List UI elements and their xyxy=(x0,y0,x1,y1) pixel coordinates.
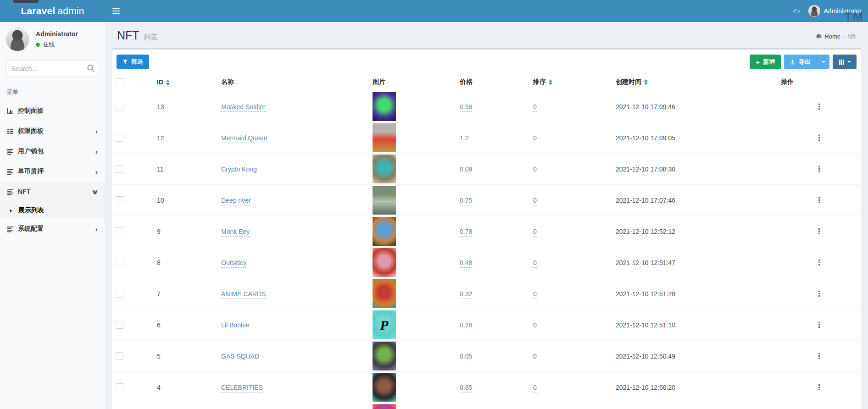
order-edit-link[interactable]: 0 xyxy=(533,384,537,392)
export-button[interactable]: 导出 xyxy=(784,55,817,69)
row-actions-button[interactable]: ⋮ xyxy=(815,165,823,173)
row-checkbox[interactable] xyxy=(116,383,123,391)
row-actions-button[interactable]: ⋮ xyxy=(815,383,823,392)
export-dropdown-button[interactable] xyxy=(817,55,829,69)
column-label: 名称 xyxy=(221,78,234,85)
price-edit-link[interactable]: 0.78 xyxy=(460,228,472,237)
row-checkbox[interactable] xyxy=(116,165,123,173)
sidebar-search-input[interactable] xyxy=(6,61,99,77)
breadcrumb-home-link[interactable]: Home xyxy=(816,33,840,40)
price-edit-link[interactable]: 0.05 xyxy=(460,353,472,361)
table-row: 9 Monk Eey 0.78 0 2021-12-10 12:52:12 ⋮ xyxy=(112,216,861,247)
sidebar-toggle-button[interactable] xyxy=(105,0,127,22)
row-actions-button[interactable]: ⋮ xyxy=(815,258,823,267)
row-checkbox[interactable] xyxy=(116,290,123,298)
search-icon[interactable] xyxy=(87,64,95,74)
dashboard-icon xyxy=(816,33,822,39)
sidebar-item-2[interactable]: 用户钱包‹ xyxy=(0,141,105,161)
row-checkbox[interactable] xyxy=(116,259,123,266)
nft-thumbnail[interactable] xyxy=(373,186,396,215)
add-button[interactable]: + 新增 xyxy=(750,55,781,69)
row-actions-button[interactable]: ⋮ xyxy=(815,133,823,142)
filter-button[interactable]: 筛选 xyxy=(117,55,149,69)
column-label: 操作 xyxy=(781,78,794,85)
table-row: 11 Crypto Kong 0.09 0 2021-12-10 17:08:3… xyxy=(112,154,861,185)
created-at: 2021-12-10 12:51:28 xyxy=(612,278,777,310)
row-actions-button[interactable]: ⋮ xyxy=(815,289,823,298)
row-actions-button[interactable]: ⋮ xyxy=(815,102,823,111)
nft-thumbnail[interactable] xyxy=(373,155,396,183)
nft-name-link[interactable]: Outsidey xyxy=(221,259,246,268)
sidebar-item-label: 单币质押 xyxy=(18,167,44,176)
price-edit-link[interactable]: 1.2 xyxy=(460,134,468,143)
order-edit-link[interactable]: 0 xyxy=(533,259,537,268)
sort-icon[interactable] xyxy=(549,79,552,85)
created-at: 2021-12-10 17:08:30 xyxy=(612,154,777,185)
tm-watermark: TM xyxy=(845,10,863,24)
price-edit-link[interactable]: 0.09 xyxy=(460,166,472,174)
nft-thumbnail[interactable] xyxy=(373,342,396,370)
nft-thumbnail[interactable] xyxy=(373,123,396,152)
sidebar-item-5[interactable]: ◑展示列表 xyxy=(0,202,105,219)
order-edit-link[interactable]: 0 xyxy=(533,166,537,174)
refresh-button[interactable] xyxy=(793,8,800,15)
nft-thumbnail[interactable] xyxy=(373,279,396,308)
order-edit-link[interactable]: 0 xyxy=(533,290,537,299)
sidebar-item-1[interactable]: 权限面板‹ xyxy=(0,121,105,141)
nft-thumbnail[interactable] xyxy=(373,92,396,121)
row-actions-button[interactable]: ⋮ xyxy=(815,321,823,329)
sidebar-item-4[interactable]: NFT∨ xyxy=(0,182,105,202)
align-left-icon xyxy=(7,148,18,155)
nft-name-link[interactable]: Mermaid Queen xyxy=(221,134,267,143)
align-left-icon xyxy=(7,188,18,195)
price-edit-link[interactable]: 0.28 xyxy=(460,321,472,330)
row-actions-button[interactable]: ⋮ xyxy=(815,227,823,236)
row-checkbox[interactable] xyxy=(116,196,123,204)
order-edit-link[interactable]: 0 xyxy=(533,134,537,143)
nft-name-link[interactable]: Masked Soldier xyxy=(221,103,266,112)
sidebar-item-0[interactable]: 控制面板 xyxy=(0,101,105,121)
sort-icon[interactable] xyxy=(644,79,648,85)
order-edit-link[interactable]: 0 xyxy=(533,353,537,361)
price-edit-link[interactable]: 0.58 xyxy=(460,103,472,112)
order-edit-link[interactable]: 0 xyxy=(533,321,537,330)
price-edit-link[interactable]: 0.32 xyxy=(460,290,472,299)
sidebar-item-6[interactable]: 系统配置‹ xyxy=(0,219,105,239)
filter-button-label: 筛选 xyxy=(131,58,143,66)
created-at: 2021-12-10 12:50:49 xyxy=(612,341,777,372)
row-checkbox[interactable] xyxy=(116,352,123,360)
price-edit-link[interactable]: 0.75 xyxy=(460,197,472,205)
column-label: 价格 xyxy=(460,78,473,85)
nft-name-link[interactable]: Monk Eey xyxy=(221,228,250,237)
select-all-checkbox[interactable] xyxy=(116,78,123,86)
column-selector-button[interactable] xyxy=(833,55,857,69)
main-content: NFT 列表 Home › Nft 筛选 + 新 xyxy=(105,22,868,409)
order-edit-link[interactable]: 0 xyxy=(533,197,537,205)
column-label: 创建时间 xyxy=(616,78,641,85)
brand-logo[interactable]: Laravel admin xyxy=(0,0,105,22)
row-checkbox[interactable] xyxy=(116,227,123,235)
nft-name-link[interactable]: CELEBRITIES xyxy=(221,384,263,392)
nft-thumbnail[interactable] xyxy=(373,248,396,277)
order-edit-link[interactable]: 0 xyxy=(533,103,537,112)
nft-name-link[interactable]: Deep river xyxy=(221,197,251,205)
nft-name-link[interactable]: GAS SQUAD xyxy=(221,353,259,361)
nft-thumbnail[interactable]: P xyxy=(373,310,396,339)
nft-thumbnail[interactable] xyxy=(373,404,396,409)
sort-icon[interactable] xyxy=(166,80,170,85)
row-actions-button[interactable]: ⋮ xyxy=(815,352,823,360)
nft-name-link[interactable]: ANIME CARDS xyxy=(221,290,266,299)
price-edit-link[interactable]: 0.48 xyxy=(460,259,472,268)
row-checkbox[interactable] xyxy=(116,321,123,329)
nft-thumbnail[interactable] xyxy=(373,373,396,402)
nft-name-link[interactable]: Crypto Kong xyxy=(221,166,257,174)
price-edit-link[interactable]: 0.85 xyxy=(460,384,472,392)
order-edit-link[interactable]: 0 xyxy=(533,228,537,237)
row-checkbox[interactable] xyxy=(116,103,123,111)
row-actions-button[interactable]: ⋮ xyxy=(815,196,823,204)
sidebar-item-3[interactable]: 单币质押‹ xyxy=(0,161,105,182)
funnel-icon xyxy=(122,59,128,65)
nft-name-link[interactable]: Lil Boobie xyxy=(221,321,250,330)
nft-thumbnail[interactable] xyxy=(373,217,396,246)
row-checkbox[interactable] xyxy=(116,134,123,142)
